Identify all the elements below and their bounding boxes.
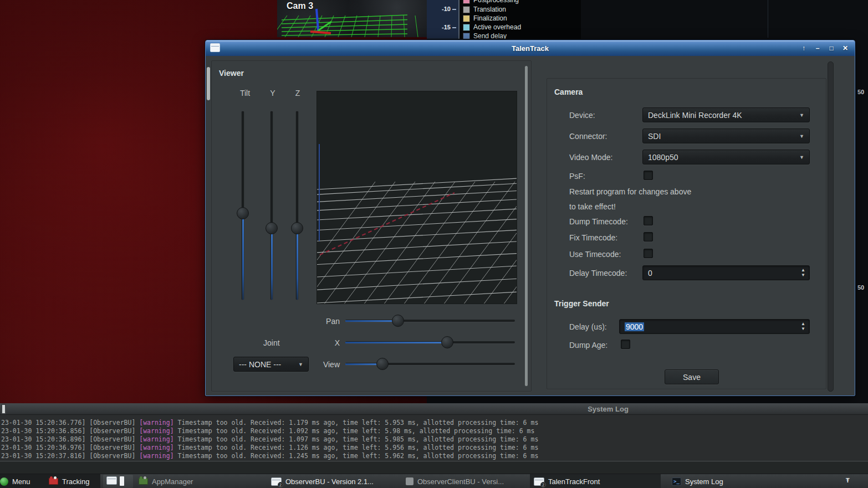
window-title: TalenTrack	[512, 44, 549, 53]
view-slider[interactable]	[345, 358, 515, 370]
trigger-delay-spinbox[interactable]: 9000 ▲ ▼	[619, 319, 810, 334]
restart-warning-line2: to take effect!	[569, 202, 616, 211]
device-select-value: DeckLink Mini Recorder 4K	[648, 111, 742, 120]
system-log-titlebar[interactable]: System Log	[0, 403, 868, 415]
cam3-preview-window: Cam 3	[277, 0, 427, 37]
save-button[interactable]: Save	[665, 369, 719, 384]
delay-timecode-value: 0	[648, 269, 652, 278]
pane-icon	[120, 476, 124, 486]
slider-handle[interactable]	[237, 207, 249, 219]
fix-timecode-checkbox[interactable]	[644, 232, 653, 242]
video-mode-select[interactable]: 1080p50 ▼	[642, 150, 810, 165]
slider-handle[interactable]	[291, 222, 303, 234]
joint-select-value: --- NONE ---	[239, 360, 281, 369]
slider-handle[interactable]	[441, 336, 453, 348]
device-label: Device:	[569, 111, 595, 120]
talentrackfront-label: TalenTrackFront	[548, 477, 600, 486]
pan-slider[interactable]	[345, 315, 515, 327]
window-titlebar[interactable]: TalenTrack ↑ – □ ✕	[206, 40, 855, 56]
slider-fill	[345, 320, 398, 322]
chart-tick: -10	[442, 6, 451, 12]
slider-fill	[297, 228, 298, 300]
spin-down-icon[interactable]: ▼	[801, 273, 805, 278]
log-line: 23-01-30 15:20:36.776] [ObserverBU] [war…	[1, 419, 868, 427]
legend-swatch	[463, 6, 470, 13]
legend-swatch	[463, 24, 470, 31]
spin-down-icon[interactable]: ▼	[801, 326, 805, 331]
minimize-button[interactable]: –	[814, 44, 821, 52]
pan-slider-label: Pan	[301, 317, 340, 326]
x-slider[interactable]	[345, 336, 515, 348]
connector-select[interactable]: SDI ▼	[642, 129, 810, 143]
cam3-label: Cam 3	[287, 1, 313, 11]
taskbar-menu-button[interactable]: Menu	[4, 474, 30, 488]
restart-warning-line1: Restart program for changes above	[569, 187, 691, 196]
menu-icon	[0, 477, 8, 486]
system-log-panel: System Log 23-01-30 15:20:36.776] [Obser…	[0, 403, 868, 474]
log-line: 23-01-30 15:20:36.976] [ObserverBU] [war…	[1, 444, 868, 452]
chart-axis-line	[458, 0, 459, 39]
tray-icon[interactable]: Ŧ	[846, 477, 851, 484]
use-timecode-label: Use Timecode:	[569, 250, 621, 259]
joint-select[interactable]: --- NONE --- ▼	[233, 357, 309, 372]
legend-item: Active overhead	[463, 23, 521, 31]
device-select[interactable]: DeckLink Mini Recorder 4K ▼	[642, 107, 810, 122]
use-timecode-checkbox[interactable]	[644, 249, 653, 258]
camera-section-title: Camera	[554, 88, 583, 96]
taskbar-tracking-button[interactable]: Tracking	[49, 474, 89, 488]
view-slider-label: View	[301, 360, 340, 369]
systemlog-label: System Log	[685, 477, 723, 486]
window-menu-icon[interactable]	[210, 43, 220, 52]
panel-drag-handle[interactable]	[1, 404, 6, 414]
y-slider[interactable]	[265, 111, 278, 300]
viewer-scrollbar[interactable]	[525, 66, 528, 386]
terminal-icon: >_	[672, 477, 681, 486]
delay-timecode-label: Delay Timecode:	[569, 269, 627, 278]
taskbar-talentrackfront-button[interactable]: 2 TalenTrackFront	[534, 474, 600, 488]
maximize-button[interactable]: □	[828, 44, 835, 52]
3d-viewport[interactable]	[316, 91, 517, 304]
spin-up-icon[interactable]: ▲	[801, 268, 805, 273]
dump-timecode-checkbox[interactable]	[644, 216, 653, 225]
psf-label: PsF:	[569, 172, 585, 181]
log-output[interactable]: 23-01-30 15:20:36.776] [ObserverBU] [war…	[0, 415, 868, 461]
legend-swatch	[463, 0, 470, 4]
window-icon	[106, 476, 117, 485]
legend-item: Postprocessing	[463, 0, 519, 4]
z-slider[interactable]	[291, 111, 303, 300]
taskbar-systemlog-button[interactable]: >_ System Log	[672, 474, 723, 488]
chevron-down-icon: ▼	[799, 155, 804, 160]
shade-button[interactable]: ↑	[800, 44, 808, 52]
legend-label: Finalization	[473, 14, 507, 22]
close-button[interactable]: ✕	[841, 44, 849, 52]
dump-age-checkbox[interactable]	[621, 340, 630, 349]
spin-up-icon[interactable]: ▲	[801, 321, 805, 326]
warning-tag: [warning]	[139, 452, 173, 460]
legend-swatch	[463, 33, 470, 39]
talentrackfront-window-icon: 2	[534, 477, 544, 486]
warning-tag: [warning]	[139, 444, 173, 451]
tracking-camera-icon	[49, 478, 58, 485]
delay-timecode-spinbox[interactable]: 0 ▲ ▼	[642, 265, 810, 280]
appmanager-label: AppManager	[152, 477, 193, 486]
legend-label: Send delay	[473, 32, 507, 39]
chevron-down-icon: ▼	[799, 112, 804, 118]
z-slider-label: Z	[287, 89, 309, 97]
taskbar-appmanager-button[interactable]: AppManager	[139, 474, 193, 488]
tilt-slider[interactable]	[237, 111, 249, 300]
y-slider-label: Y	[262, 89, 284, 97]
tilt-slider-label: Tilt	[234, 89, 256, 97]
window-scrollbar-thumb[interactable]	[207, 67, 210, 100]
taskbar-observerbu-button[interactable]: 2 ObserverBU - Version 2.1...	[271, 474, 374, 488]
warning-tag: [warning]	[139, 435, 173, 443]
slider-handle[interactable]	[376, 358, 389, 370]
psf-checkbox[interactable]	[644, 171, 653, 180]
taskbar-window-tile[interactable]	[103, 475, 133, 488]
taskbar-observerclient-button[interactable]: ObserverClientBU - Versi...	[406, 474, 504, 488]
log-line: 23-01-30 15:20:36.856] [ObserverBU] [war…	[1, 427, 868, 435]
trigger-delay-label: Delay (us):	[569, 322, 607, 331]
edge-axis-tick: 50	[857, 89, 864, 95]
slider-handle[interactable]	[392, 315, 404, 327]
slider-handle[interactable]	[265, 222, 278, 234]
window-scrollbar[interactable]	[828, 61, 834, 392]
